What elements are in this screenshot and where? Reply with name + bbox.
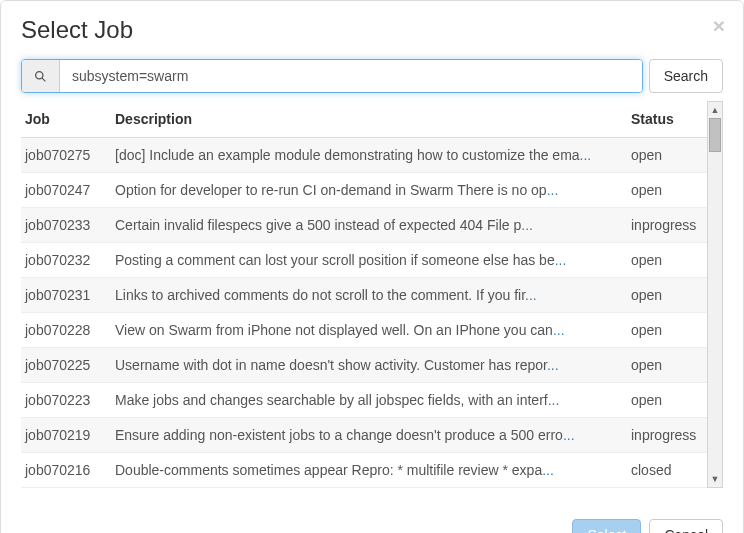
ellipsis-link[interactable]: ... [521,217,533,233]
job-description-cell: Option for developer to re-run CI on-dem… [111,173,627,208]
job-id-cell: job070223 [21,383,111,418]
job-status-cell: inprogress [627,208,707,243]
job-status-cell: closed [627,453,707,488]
job-id-cell: job070231 [21,278,111,313]
job-table: Job Description Status job070275[doc] In… [21,101,707,488]
ellipsis-link[interactable]: ... [547,357,559,373]
job-description-cell: Links to archived comments do not scroll… [111,278,627,313]
dialog-title: Select Job [21,16,723,44]
job-id-cell: job070233 [21,208,111,243]
table-row[interactable]: job070232Posting a comment can lost your… [21,243,707,278]
search-icon [22,60,60,92]
scroll-up-icon[interactable]: ▲ [708,102,722,118]
scroll-thumb[interactable] [709,118,721,152]
job-status-cell: open [627,173,707,208]
table-row[interactable]: job070228View on Swarm from iPhone not d… [21,313,707,348]
select-button[interactable]: Select [572,519,641,533]
ellipsis-link[interactable]: ... [548,392,560,408]
ellipsis-link[interactable]: ... [553,322,565,338]
dialog-header: Select Job × [1,1,743,59]
svg-point-0 [36,71,43,78]
job-status-cell: open [627,383,707,418]
job-id-cell: job070228 [21,313,111,348]
close-button[interactable]: × [713,15,725,36]
table-row[interactable]: job070219Ensure adding non-existent jobs… [21,418,707,453]
table-row[interactable]: job070216Double-comments sometimes appea… [21,453,707,488]
job-id-cell: job070275 [21,138,111,173]
job-status-cell: open [627,348,707,383]
table-row[interactable]: job070225Username with dot in name doesn… [21,348,707,383]
cancel-button[interactable]: Cancel [649,519,723,533]
ellipsis-link[interactable]: ... [547,182,559,198]
select-job-dialog: Select Job × Search Job Description Stat [0,0,744,533]
job-description-cell: Ensure adding non-existent jobs to a cha… [111,418,627,453]
job-id-cell: job070232 [21,243,111,278]
job-description-cell: Make jobs and changes searchable by all … [111,383,627,418]
svg-line-1 [42,78,45,81]
search-row: Search [21,59,723,93]
job-status-cell: open [627,138,707,173]
job-description-cell: Certain invalid filespecs give a 500 ins… [111,208,627,243]
job-description-cell: Double-comments sometimes appear Repro: … [111,453,627,488]
job-table-wrap: Job Description Status job070275[doc] In… [21,101,723,488]
job-id-cell: job070247 [21,173,111,208]
table-row[interactable]: job070231Links to archived comments do n… [21,278,707,313]
search-button[interactable]: Search [649,59,723,93]
table-header-row: Job Description Status [21,101,707,138]
dialog-body: Search Job Description Status job070275[… [1,59,743,503]
scroll-down-icon[interactable]: ▼ [708,471,722,487]
col-header-description[interactable]: Description [111,101,627,138]
job-status-cell: open [627,278,707,313]
ellipsis-link[interactable]: ... [525,287,537,303]
job-description-cell: Posting a comment can lost your scroll p… [111,243,627,278]
job-description-cell: Username with dot in name doesn't show a… [111,348,627,383]
job-description-cell: [doc] Include an example module demonstr… [111,138,627,173]
job-status-cell: inprogress [627,418,707,453]
job-status-cell: open [627,313,707,348]
job-id-cell: job070225 [21,348,111,383]
table-row[interactable]: job070223Make jobs and changes searchabl… [21,383,707,418]
col-header-status[interactable]: Status [627,101,707,138]
job-description-cell: View on Swarm from iPhone not displayed … [111,313,627,348]
vertical-scrollbar[interactable]: ▲ ▼ [707,101,723,488]
job-id-cell: job070216 [21,453,111,488]
job-id-cell: job070219 [21,418,111,453]
search-input[interactable] [60,60,642,92]
col-header-job[interactable]: Job [21,101,111,138]
ellipsis-link[interactable]: ... [580,147,592,163]
ellipsis-link[interactable]: ... [555,252,567,268]
table-row[interactable]: job070247Option for developer to re-run … [21,173,707,208]
ellipsis-link[interactable]: ... [563,427,575,443]
close-icon: × [713,14,725,37]
search-input-group [21,59,643,93]
table-row[interactable]: job070233Certain invalid filespecs give … [21,208,707,243]
ellipsis-link[interactable]: ... [542,462,554,478]
dialog-footer: Select Cancel [1,503,743,533]
job-status-cell: open [627,243,707,278]
table-row[interactable]: job070275[doc] Include an example module… [21,138,707,173]
